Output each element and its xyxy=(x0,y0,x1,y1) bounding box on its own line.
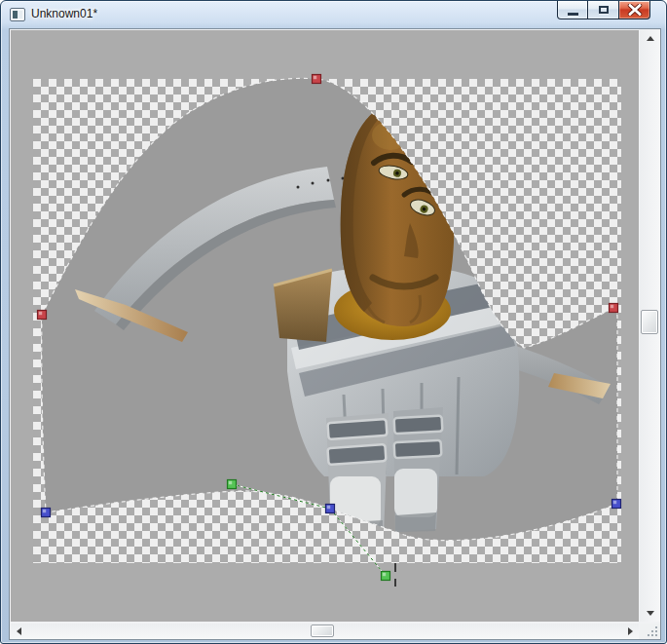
horizontal-scroll-thumb[interactable] xyxy=(311,625,334,637)
scroll-right-button[interactable] xyxy=(622,624,639,639)
scroll-down-button[interactable] xyxy=(640,605,660,622)
resize-grip[interactable] xyxy=(648,626,658,637)
maximize-icon xyxy=(599,6,609,14)
image-file-icon xyxy=(13,11,22,19)
close-button[interactable] xyxy=(619,1,650,19)
close-icon xyxy=(627,4,643,16)
scroll-up-button[interactable] xyxy=(640,30,660,47)
control-point-highlight xyxy=(39,312,42,315)
window-icon[interactable] xyxy=(10,8,25,21)
minimize-icon xyxy=(568,13,578,16)
control-point-highlight xyxy=(383,573,386,576)
window-title: Unknown01* xyxy=(31,7,97,20)
control-point-highlight xyxy=(327,506,330,509)
titlebar[interactable]: Unknown01* xyxy=(1,1,666,28)
vertical-scroll-thumb[interactable] xyxy=(641,310,658,334)
left-arrow-icon xyxy=(17,627,21,635)
control-point-highlight xyxy=(43,510,46,512)
control-point-highlight xyxy=(314,76,316,79)
maximize-button[interactable] xyxy=(588,1,619,19)
control-point-highlight xyxy=(229,481,232,484)
vertical-scrollbar[interactable] xyxy=(640,30,660,622)
horizontal-scrollbar[interactable] xyxy=(11,624,639,639)
control-point-highlight xyxy=(611,305,613,308)
minimize-button[interactable] xyxy=(557,1,588,19)
scrollbar-corner xyxy=(640,624,660,639)
canvas-viewport[interactable] xyxy=(11,30,639,622)
app-window: Unknown01* xyxy=(0,0,667,644)
control-point-highlight xyxy=(613,501,616,504)
right-arrow-icon xyxy=(628,627,633,635)
scroll-left-button[interactable] xyxy=(11,624,27,639)
caption-buttons xyxy=(557,1,650,19)
down-arrow-icon xyxy=(647,611,654,616)
up-arrow-icon xyxy=(647,36,654,41)
